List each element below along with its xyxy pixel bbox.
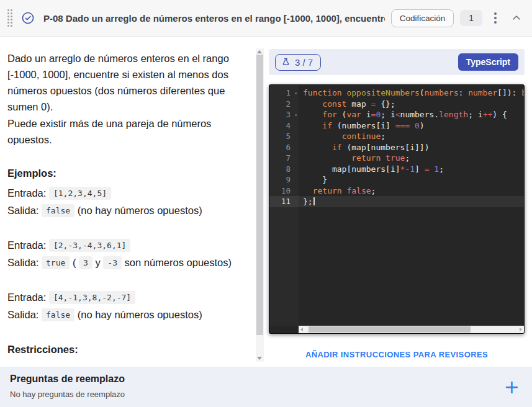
code-token: map[numbers[i] — [303, 164, 400, 174]
code-line[interactable]: return false; — [299, 186, 524, 197]
code-token: continue — [342, 132, 381, 141]
output-note-text: son números opuestos) — [125, 257, 232, 268]
code-token — [410, 121, 415, 130]
scrollbar-thumb[interactable] — [309, 326, 471, 333]
language-badge[interactable]: TypeScript — [458, 53, 518, 71]
code-line[interactable]: const map = {}; — [299, 99, 524, 110]
code-token: 1 — [434, 164, 439, 174]
code-token — [303, 99, 322, 109]
scroll-down-arrow-icon[interactable] — [257, 357, 262, 360]
code-token: function — [303, 88, 346, 97]
code-token: var — [346, 110, 361, 119]
example-block: Entrada: [4,-1,3,8,-2,-7]Salida: false (… — [7, 289, 246, 323]
kebab-menu-icon[interactable] — [492, 11, 498, 25]
code-token: return — [313, 186, 342, 195]
example-block: Entrada: [1,2,3,4,5]Salida: false (no ha… — [7, 185, 246, 218]
code-line[interactable]: if (map[numbers[i]]) — [299, 142, 524, 153]
code-token: []): — [497, 88, 521, 97]
question-count-badge[interactable]: 1 — [460, 10, 482, 26]
output-value-chip: 3 — [79, 256, 92, 269]
editor-horizontal-scrollbar[interactable] — [299, 326, 524, 333]
code-token: -1 — [405, 164, 415, 174]
chevron-up-icon[interactable] — [510, 11, 523, 25]
code-line[interactable]: for (var i=0; i<numbers.length; i++) { — [299, 109, 524, 120]
input-value-chip: [1,2,3,4,5] — [49, 187, 111, 200]
code-token — [303, 110, 322, 119]
code-token: ) — [420, 121, 425, 130]
example-input-row: Entrada: [1,2,3,4,5] — [7, 185, 246, 201]
code-token: if — [322, 121, 332, 130]
question-header: P-08 Dado un arreglo de números enteros … — [0, 0, 532, 37]
code-token: (numbers[i] — [332, 121, 395, 130]
fold-arrow-icon[interactable]: ▾ — [294, 110, 297, 121]
output-note-text: y — [95, 257, 100, 268]
code-token: ; — [439, 164, 444, 174]
add-reviewer-instructions-link[interactable]: AÑADIR INSTRUCCIONES PARA REVISORES — [269, 350, 525, 359]
code-token: return — [351, 153, 381, 163]
code-line[interactable]: }; — [299, 196, 524, 207]
code-token: ; — [381, 132, 385, 141]
text-cursor — [313, 197, 315, 205]
drag-handle-icon[interactable] — [7, 9, 12, 27]
restriction-item: 1000 <= numbers[i] <= 1000 — [26, 359, 246, 363]
code-token: {}; — [376, 99, 395, 109]
statement-paragraph: Dado un arreglo de números enteros en el… — [7, 50, 246, 115]
code-line[interactable]: map[numbers[i]*-1] = 1; — [299, 164, 524, 175]
gutter-line-number: 9 — [269, 174, 299, 186]
code-token: if — [332, 143, 342, 152]
code-panel: 3 / 7 TypeScript 1▾23▾4567891011 functio… — [267, 37, 532, 363]
replacement-section-title: Preguntas de reemplazo — [10, 373, 522, 385]
replacement-empty-text: No hay preguntas de reemplazo — [10, 390, 522, 399]
code-token: boolean — [521, 88, 524, 97]
question-type-chip[interactable]: Codificación — [391, 9, 454, 27]
input-label: Entrada: — [7, 187, 49, 199]
problem-statement-panel: Dado un arreglo de números enteros en el… — [0, 37, 267, 363]
code-token: = — [425, 164, 430, 174]
code-token: ] — [415, 164, 425, 174]
scroll-left-arrow-icon[interactable] — [300, 328, 303, 331]
output-value-chip: -3 — [103, 256, 122, 269]
flask-icon — [281, 57, 291, 67]
test-cases-button[interactable]: 3 / 7 — [275, 54, 321, 71]
scroll-right-arrow-icon[interactable] — [520, 328, 522, 331]
code-line[interactable]: function oppositeNumbers(numbers: number… — [299, 87, 524, 99]
output-value-chip: false — [42, 308, 74, 321]
examples-list: Entrada: [1,2,3,4,5]Salida: false (no ha… — [7, 185, 246, 323]
output-note-text: (no hay números opuestos) — [78, 205, 202, 216]
statement-paragraph: Puede existir más de una pareja de númer… — [7, 115, 246, 148]
scroll-up-arrow-icon[interactable] — [257, 50, 262, 53]
example-output-row: Salida: false (no hay números opuestos) — [7, 202, 246, 218]
code-line[interactable]: continue; — [299, 131, 524, 142]
restrictions-heading: Restricciones: — [7, 341, 246, 357]
question-title: P-08 Dado un arreglo de números enteros … — [43, 13, 385, 24]
left-panel-scrollbar[interactable] — [256, 48, 264, 362]
add-replacement-question-button[interactable]: + — [504, 378, 520, 396]
gutter-line-number: 5 — [269, 131, 299, 142]
fold-arrow-icon[interactable]: ▾ — [294, 88, 297, 99]
code-token: for — [322, 110, 336, 119]
code-token: === — [395, 121, 410, 130]
code-line[interactable]: return true; — [299, 153, 524, 164]
output-value-chip: false — [42, 204, 74, 217]
code-token: map — [346, 99, 371, 109]
gutter-line-number: 1▾ — [269, 87, 299, 99]
code-token: numbers. — [400, 110, 440, 119]
code-editor[interactable]: 1▾23▾4567891011 function oppositeNumbers… — [269, 84, 525, 334]
gutter-line-number: 2 — [269, 99, 299, 110]
code-token: 0 — [415, 121, 420, 130]
code-token: ( — [337, 110, 347, 119]
code-token: number — [468, 88, 497, 97]
output-label: Salida: — [7, 205, 42, 216]
code-token: false — [346, 186, 371, 195]
code-line[interactable]: if (numbers[i] === 0) — [299, 120, 524, 132]
output-label: Salida: — [7, 257, 42, 268]
gutter-line-number: 7 — [269, 153, 299, 164]
test-counter: 3 / 7 — [295, 57, 313, 68]
code-line[interactable]: } — [299, 174, 524, 186]
code-token: length — [439, 110, 468, 119]
editor-body: 1▾23▾4567891011 function oppositeNumbers… — [269, 85, 524, 326]
editor-code-area[interactable]: function oppositeNumbers(numbers: number… — [299, 85, 524, 326]
code-token: const — [322, 99, 346, 109]
gutter-line-number: 4 — [269, 120, 299, 132]
scrollbar-thumb[interactable] — [256, 55, 263, 335]
